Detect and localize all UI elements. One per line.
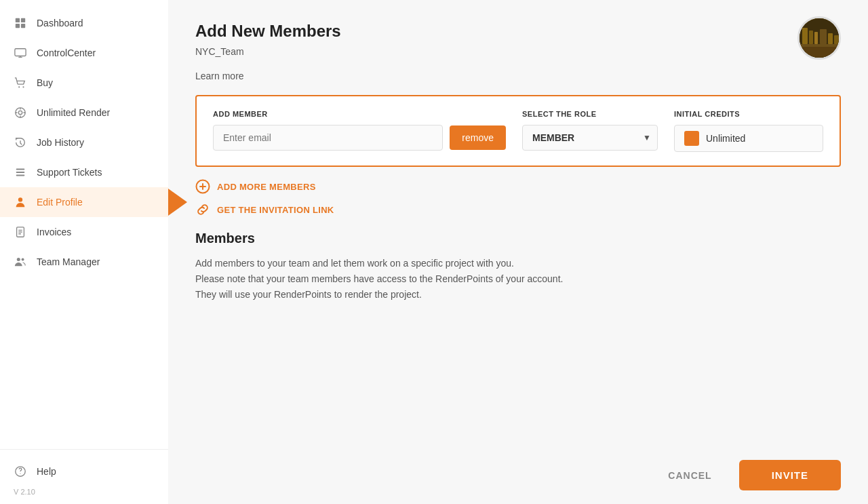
sidebar-item-buy[interactable]: Buy xyxy=(0,68,168,98)
member-form-box: ADD MEMBER remove SELECT THE ROLE MEMBER… xyxy=(195,95,841,167)
sidebar-label-team-manager: Team Manager xyxy=(37,256,100,267)
sidebar-label-edit-profile: Edit Profile xyxy=(37,197,83,208)
grid-icon xyxy=(14,16,27,30)
page-title: Add New Members xyxy=(195,22,841,41)
svg-rect-25 xyxy=(800,47,841,60)
col-role: SELECT THE ROLE MEMBER ADMIN VIEWER ▼ xyxy=(522,110,658,151)
add-more-label: ADD MORE MEMBERS xyxy=(217,182,316,192)
svg-rect-21 xyxy=(814,32,818,44)
sidebar-label-invoices: Invoices xyxy=(37,227,71,237)
email-row: remove xyxy=(213,125,506,151)
add-member-label: ADD MEMBER xyxy=(213,110,506,118)
form-columns: ADD MEMBER remove SELECT THE ROLE MEMBER… xyxy=(213,110,823,152)
svg-rect-3 xyxy=(21,24,25,28)
history-icon xyxy=(14,136,27,149)
sidebar-item-team-manager[interactable]: Team Manager xyxy=(0,247,168,277)
svg-rect-10 xyxy=(16,172,25,173)
svg-rect-9 xyxy=(16,169,25,170)
footer-bar: CANCEL INVITE xyxy=(168,446,868,504)
monitor-icon xyxy=(14,46,27,60)
sidebar-item-edit-profile[interactable]: Edit Profile xyxy=(0,187,168,217)
svg-rect-24 xyxy=(834,35,840,44)
svg-rect-11 xyxy=(16,175,25,176)
sidebar-item-job-history[interactable]: Job History xyxy=(0,128,168,157)
svg-rect-19 xyxy=(802,28,808,44)
sidebar-nav: Dashboard ControlCenter Buy Unlimited Re… xyxy=(0,8,168,449)
avatar-image xyxy=(800,18,839,58)
main-content: Add New Members NYC_Team Learn more ADD … xyxy=(168,0,868,504)
svg-point-8 xyxy=(18,111,22,114)
content-area: Add New Members NYC_Team Learn more ADD … xyxy=(168,0,868,446)
credits-box: Unlimited xyxy=(674,125,823,152)
credits-swatch xyxy=(684,131,699,146)
sidebar-item-invoices[interactable]: Invoices xyxy=(0,217,168,247)
svg-rect-22 xyxy=(820,29,827,44)
sidebar-item-support-tickets[interactable]: Support Tickets xyxy=(0,157,168,187)
sidebar-label-buy: Buy xyxy=(37,77,53,88)
remove-button[interactable]: remove xyxy=(450,125,506,150)
svg-point-15 xyxy=(22,258,24,260)
members-section: Members Add members to your team and let… xyxy=(195,231,841,303)
sidebar-item-help[interactable]: Help xyxy=(14,458,155,485)
svg-point-6 xyxy=(22,86,24,88)
sidebar-item-controlcenter[interactable]: ControlCenter xyxy=(0,38,168,68)
sidebar: Dashboard ControlCenter Buy Unlimited Re… xyxy=(0,0,168,504)
doc-icon xyxy=(14,225,27,239)
learn-more-link[interactable]: Learn more xyxy=(195,71,841,81)
sidebar-label-support-tickets: Support Tickets xyxy=(37,167,102,178)
sidebar-item-unlimited-render[interactable]: Unlimited Render xyxy=(0,98,168,128)
credits-value: Unlimited xyxy=(706,133,745,144)
cart-icon xyxy=(14,76,27,90)
get-invitation-link[interactable]: GET THE INVITATION LINK xyxy=(195,202,841,217)
svg-rect-4 xyxy=(15,49,26,56)
team-icon xyxy=(14,255,27,269)
help-label: Help xyxy=(37,466,56,477)
sidebar-label-controlcenter: ControlCenter xyxy=(37,47,96,58)
svg-point-14 xyxy=(17,258,20,261)
members-desc-line1: Add members to your team and let them wo… xyxy=(195,256,841,271)
svg-rect-18 xyxy=(800,44,841,47)
svg-point-12 xyxy=(18,197,22,201)
svg-rect-0 xyxy=(16,18,20,22)
sidebar-label-job-history: Job History xyxy=(37,137,84,148)
plus-circle-icon xyxy=(195,179,210,194)
svg-rect-23 xyxy=(828,33,833,44)
help-icon xyxy=(14,465,27,478)
role-label: SELECT THE ROLE xyxy=(522,110,658,118)
disc-icon xyxy=(14,106,27,119)
avatar xyxy=(797,16,841,60)
svg-rect-1 xyxy=(21,18,25,22)
credits-label: INITIAL CREDITS xyxy=(674,110,823,118)
version-label: V 2.10 xyxy=(14,485,155,499)
sidebar-item-dashboard[interactable]: Dashboard xyxy=(0,8,168,38)
sidebar-label-unlimited-render: Unlimited Render xyxy=(37,107,110,118)
person-icon xyxy=(14,195,27,209)
members-title: Members xyxy=(195,231,841,246)
role-select-wrapper: MEMBER ADMIN VIEWER ▼ xyxy=(522,125,658,151)
members-desc-line3: They will use your RenderPoints to rende… xyxy=(195,287,841,303)
col-add-member: ADD MEMBER remove xyxy=(213,110,506,151)
active-arrow xyxy=(168,189,187,216)
svg-rect-20 xyxy=(809,31,813,44)
sidebar-footer: Help V 2.10 xyxy=(0,449,168,504)
invite-button[interactable]: INVITE xyxy=(739,460,841,490)
col-credits: INITIAL CREDITS Unlimited xyxy=(674,110,823,152)
members-desc-line2: Please note that your team members have … xyxy=(195,271,841,287)
cancel-button[interactable]: CANCEL xyxy=(654,462,725,489)
team-name: NYC_Team xyxy=(195,46,841,57)
sidebar-label-dashboard: Dashboard xyxy=(37,18,83,28)
role-select[interactable]: MEMBER ADMIN VIEWER xyxy=(522,125,658,151)
get-link-label: GET THE INVITATION LINK xyxy=(217,205,334,215)
svg-rect-2 xyxy=(16,24,20,28)
list-icon xyxy=(14,166,27,179)
svg-point-5 xyxy=(18,86,20,88)
add-more-members-link[interactable]: ADD MORE MEMBERS xyxy=(195,179,841,194)
email-input[interactable] xyxy=(213,125,443,151)
link-icon xyxy=(195,202,210,217)
avatar-container xyxy=(797,16,841,60)
